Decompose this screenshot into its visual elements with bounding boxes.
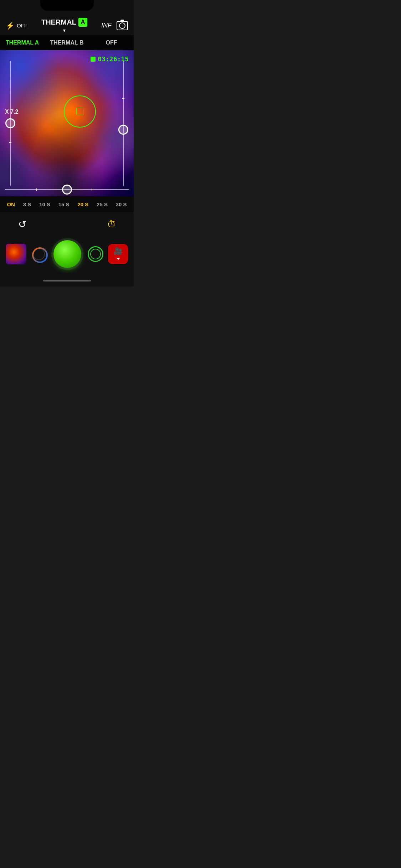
camera-button[interactable] xyxy=(117,21,128,30)
flash-icon: ⚡ xyxy=(6,21,15,30)
bottom-slider[interactable] xyxy=(5,189,129,190)
notch xyxy=(40,0,94,11)
bottom-top-row: ↺ ⏱ xyxy=(0,212,134,232)
timer-15s[interactable]: 15 S xyxy=(56,200,72,209)
timer-30s[interactable]: 30 S xyxy=(114,200,129,209)
dial-left-ring-svg xyxy=(32,247,48,263)
top-right-controls: INF xyxy=(101,21,128,30)
status-bar xyxy=(0,0,134,16)
thermal-view: 03:26:15 X 7.2 xyxy=(0,50,134,196)
refresh-button[interactable]: ↺ xyxy=(14,216,30,232)
tab-thermal-b[interactable]: THERMAL B xyxy=(45,36,89,50)
svg-point-0 xyxy=(33,248,47,262)
tab-off[interactable]: OFF xyxy=(89,36,134,50)
flash-button[interactable]: ⚡ OFF xyxy=(6,21,27,30)
thermal-background xyxy=(0,50,134,196)
thumbnail[interactable] xyxy=(6,244,26,264)
title-text: THERMAL A xyxy=(41,18,87,27)
right-slider-handle[interactable] xyxy=(118,125,128,135)
record-arrows: ◂▸ xyxy=(117,256,119,261)
timer-25s[interactable]: 25 S xyxy=(94,200,110,209)
bottom-slider-tick1 xyxy=(36,188,37,191)
rec-dot xyxy=(91,57,96,62)
title-thermal: THERMAL xyxy=(41,18,76,26)
home-indicator xyxy=(0,274,134,286)
left-slider-handle[interactable] xyxy=(5,118,15,128)
timer-icon: ⏱ xyxy=(107,219,116,230)
dial-button-left[interactable] xyxy=(31,246,47,262)
timer-20s[interactable]: 20 S xyxy=(75,200,91,209)
record-button[interactable]: 🎥 ◂▸ xyxy=(108,244,128,264)
home-bar xyxy=(43,280,91,281)
crosshair-inner xyxy=(76,108,83,115)
timer-on[interactable]: ON xyxy=(5,200,17,209)
bottom-slider-tick2 xyxy=(92,188,92,191)
tab-bar: THERMAL A THERMAL B OFF xyxy=(0,35,134,50)
timer-icon-button[interactable]: ⏱ xyxy=(104,216,119,232)
dial-button-right[interactable] xyxy=(88,246,103,262)
right-slider[interactable] xyxy=(123,61,124,186)
tab-thermal-a[interactable]: THERMAL A xyxy=(0,36,45,50)
left-slider-tick xyxy=(9,142,11,143)
timer-selector: ON 3 S 10 S 15 S 20 S 25 S 30 S xyxy=(0,196,134,212)
zoom-label: X 7.2 xyxy=(5,109,18,115)
title-area[interactable]: THERMAL A ▾ xyxy=(41,18,87,33)
main-controls-row: 🎥 ◂▸ xyxy=(0,233,134,274)
dial-inner-right xyxy=(90,249,101,259)
bottom-controls: ↺ ⏱ xyxy=(0,212,134,274)
top-bar: ⚡ OFF THERMAL A ▾ INF xyxy=(0,16,134,35)
capture-button-container xyxy=(51,238,83,270)
capture-button[interactable] xyxy=(53,240,81,268)
flash-label: OFF xyxy=(17,22,27,29)
left-slider[interactable] xyxy=(10,61,11,186)
inf-label: INF xyxy=(101,22,112,29)
record-icon: 🎥 xyxy=(114,247,123,255)
timer-10s[interactable]: 10 S xyxy=(37,200,52,209)
timer-3s[interactable]: 3 S xyxy=(21,200,34,209)
recording-time: 03:26:15 xyxy=(98,55,129,63)
title-badge: A xyxy=(78,18,87,27)
bottom-slider-handle[interactable] xyxy=(62,185,72,195)
right-slider-tick xyxy=(122,98,124,99)
chevron-down-icon: ▾ xyxy=(63,27,66,33)
crosshair-circle xyxy=(64,95,96,128)
refresh-icon: ↺ xyxy=(18,218,26,230)
